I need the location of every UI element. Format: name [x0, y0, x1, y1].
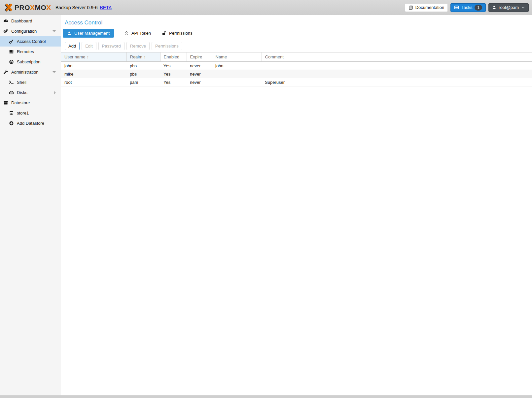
- wrench-icon: [3, 70, 8, 75]
- sidebar-nav: Dashboard Configuration Access Control: [0, 15, 61, 395]
- table-row-john[interactable]: john pbs Yes never john: [61, 62, 532, 70]
- proxmox-wordmark: PROXMOX: [15, 4, 51, 12]
- life-ring-icon: [9, 59, 14, 64]
- tasks-count-badge: 1: [475, 5, 482, 11]
- archive-icon: [3, 100, 8, 105]
- product-name: Backup Server 0.9-6: [55, 5, 98, 10]
- app-viewport: PROXMOX Backup Server 0.9-6 BETA Documen…: [0, 0, 532, 398]
- book-icon: [408, 5, 413, 10]
- edit-button[interactable]: Edit: [82, 42, 96, 50]
- tab-label: API Token: [131, 31, 151, 36]
- table-row-root[interactable]: root pam Yes never Superuser: [61, 78, 532, 86]
- column-header-realm[interactable]: Realm↑: [126, 52, 160, 62]
- caret-right-icon[interactable]: [54, 91, 56, 94]
- add-button[interactable]: Add: [65, 42, 80, 50]
- terminal-icon: [9, 80, 14, 85]
- sidebar-item-administration[interactable]: Administration: [0, 67, 61, 77]
- sort-up-icon: ↑: [87, 54, 89, 59]
- proxmox-logo: PROXMOX: [4, 3, 51, 12]
- sidebar-item-add-datastore[interactable]: Add Datastore: [0, 118, 61, 128]
- remove-button[interactable]: Remove: [126, 42, 150, 50]
- sidebar-item-store1[interactable]: store1: [0, 108, 61, 118]
- sort-up-icon: ↑: [144, 54, 146, 59]
- user-menu-button[interactable]: root@pam: [488, 3, 529, 12]
- tab-permissions[interactable]: Permissions: [161, 29, 193, 38]
- permissions-button[interactable]: Permissions: [152, 42, 182, 50]
- plus-circle-icon: [9, 121, 14, 126]
- users-table: User name↑ Realm↑ Enabled Expire Name Co…: [61, 52, 532, 86]
- column-header-name[interactable]: Name: [212, 52, 262, 62]
- tab-api-token[interactable]: API Token: [124, 29, 152, 38]
- sidebar-item-access-control[interactable]: Access Control: [0, 36, 61, 47]
- tab-user-management[interactable]: User Management: [63, 29, 114, 38]
- sidebar-item-datastore[interactable]: Datastore: [0, 98, 61, 108]
- table-header-row: User name↑ Realm↑ Enabled Expire Name Co…: [61, 52, 532, 62]
- gears-icon: [3, 29, 8, 34]
- unlock-icon: [162, 31, 166, 36]
- server-icon: [9, 49, 14, 54]
- task-list-icon: [454, 5, 459, 10]
- caret-down-icon[interactable]: [53, 71, 56, 73]
- main-panel: Access Control User Management API Token: [61, 15, 532, 395]
- tab-label: Permissions: [169, 31, 193, 36]
- tasks-label: Tasks: [461, 5, 472, 10]
- hdd-icon: [9, 90, 14, 95]
- documentation-button[interactable]: Documentation: [405, 3, 448, 12]
- user-menu-label: root@pam: [499, 5, 519, 10]
- sidebar-item-disks[interactable]: Disks: [0, 87, 61, 98]
- table-row-mike[interactable]: mike pbs Yes never: [61, 70, 532, 78]
- column-header-comment[interactable]: Comment: [262, 52, 532, 62]
- beta-link[interactable]: BETA: [100, 5, 112, 10]
- tab-label: User Management: [74, 31, 110, 36]
- user-icon: [67, 31, 72, 36]
- chevron-down-icon: [521, 6, 525, 10]
- database-icon: [9, 111, 14, 116]
- caret-down-icon[interactable]: [53, 30, 56, 32]
- documentation-label: Documentation: [415, 5, 444, 10]
- sidebar-item-subscription[interactable]: Subscription: [0, 57, 61, 67]
- grid-toolbar: Add Edit Password Remove Permissions: [61, 40, 532, 52]
- sidebar-item-configuration[interactable]: Configuration: [0, 26, 61, 36]
- top-bar: PROXMOX Backup Server 0.9-6 BETA Documen…: [0, 0, 532, 15]
- sidebar-item-remotes[interactable]: Remotes: [0, 47, 61, 57]
- column-header-enabled[interactable]: Enabled: [160, 52, 187, 62]
- user-icon: [492, 5, 496, 10]
- column-header-username[interactable]: User name↑: [61, 52, 126, 62]
- user-outline-icon: [124, 31, 129, 36]
- column-header-expire[interactable]: Expire: [187, 52, 212, 62]
- proxmox-x-mark-icon: [4, 3, 13, 12]
- tab-bar: User Management API Token Permissions: [61, 26, 532, 40]
- password-button[interactable]: Password: [98, 42, 124, 50]
- tasks-button[interactable]: Tasks 1: [450, 3, 486, 12]
- sidebar-item-shell[interactable]: Shell: [0, 77, 61, 87]
- sidebar-item-dashboard[interactable]: Dashboard: [0, 16, 61, 26]
- dashboard-icon: [3, 18, 8, 23]
- body-region: Dashboard Configuration Access Control: [0, 15, 532, 395]
- key-icon: [9, 39, 14, 44]
- page-title: Access Control: [61, 15, 532, 26]
